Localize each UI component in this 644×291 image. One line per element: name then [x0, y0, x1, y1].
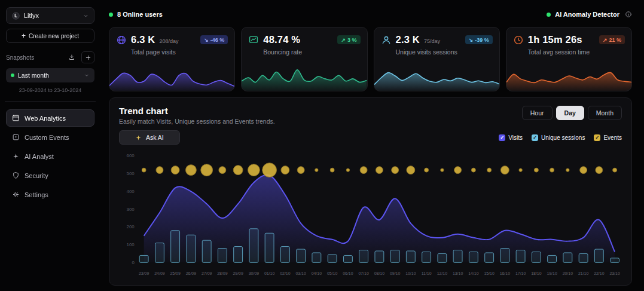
svg-text:500: 500 [127, 171, 135, 176]
svg-text:11/10: 11/10 [422, 271, 432, 275]
card-sparkline [374, 63, 499, 91]
user-icon [381, 35, 392, 45]
clock-icon [513, 35, 524, 45]
stat-card-bouncing-rate[interactable]: 48.74 % ↗ 3 % Bouncing rate [241, 27, 367, 91]
card-sparkline [506, 63, 631, 91]
sidebar-item-custom-events[interactable]: Custom Events [6, 128, 94, 146]
trend-arrow-icon: ↘ [469, 37, 474, 43]
sparkle-icon [135, 134, 142, 141]
range-button-day[interactable]: Day [556, 106, 584, 120]
checkbox-checked-icon[interactable]: ✓ [532, 134, 538, 141]
status-dot [11, 73, 14, 77]
stat-card-avg-session-time[interactable]: 1h 15m 26s ↗ 21 % Total avg session time [506, 27, 632, 91]
sidebar: Litlyx + Create new project Snapshots La… [0, 0, 100, 291]
online-users-label: 8 Online users [117, 11, 163, 18]
snapshot-date-range: 23-09-2024 to 23-10-2024 [6, 87, 94, 93]
download-icon [68, 54, 75, 61]
ai-anomaly-detector[interactable]: AI Anomaly Detector [547, 11, 632, 18]
svg-text:28/09: 28/09 [217, 271, 228, 275]
online-status-dot [109, 13, 113, 17]
litlyx-logo-icon [11, 11, 20, 20]
create-project-button[interactable]: + Create new project [6, 29, 94, 43]
stat-per-day: 208/day [159, 38, 178, 44]
sidebar-item-ai-analyst[interactable]: AI Analyst [6, 148, 94, 165]
svg-text:27/09: 27/09 [202, 271, 212, 275]
svg-text:06/10: 06/10 [343, 271, 353, 275]
svg-text:17/10: 17/10 [515, 271, 526, 275]
ask-ai-label: Ask AI [146, 134, 164, 141]
stat-card-total-page-visits[interactable]: 6.3 K 208/day ↘ -46 % Total page visits [109, 27, 235, 91]
svg-text:19/10: 19/10 [547, 271, 557, 275]
create-project-label: Create new project [29, 33, 79, 39]
checkbox-checked-icon[interactable]: ✓ [499, 134, 505, 141]
online-users: 8 Online users [109, 11, 163, 18]
add-snapshot-button[interactable] [81, 51, 94, 63]
stat-cards: 6.3 K 208/day ↘ -46 % Total page visits … [109, 27, 632, 91]
legend-item-visits[interactable]: ✓ Visits [499, 134, 523, 141]
topbar: 8 Online users AI Anomaly Detector [109, 7, 632, 22]
trend-arrow-icon: ↘ [204, 37, 209, 43]
stat-label: Total page visits [109, 45, 234, 56]
chevron-down-icon [83, 13, 89, 19]
sidebar-item-settings[interactable]: Settings [6, 186, 94, 203]
settings-icon [12, 191, 20, 198]
sidebar-nav: Web Analytics Custom Events AI Analyst S… [6, 109, 94, 203]
range-button-hour[interactable]: Hour [522, 106, 553, 120]
sidebar-item-label: Web Analytics [25, 115, 66, 122]
anomaly-status-dot [547, 13, 551, 17]
trend-badge: ↘ -39 % [465, 35, 493, 44]
stat-label: Bouncing rate [242, 45, 367, 56]
stat-value: 2.3 K [396, 34, 420, 45]
svg-text:10/10: 10/10 [405, 271, 416, 275]
ai-analyst-icon [12, 152, 20, 160]
svg-text:01/10: 01/10 [264, 271, 275, 275]
svg-text:300: 300 [127, 207, 135, 212]
card-sparkline [109, 63, 234, 91]
export-snapshot-button[interactable] [65, 51, 78, 63]
sidebar-item-label: Custom Events [25, 134, 69, 141]
svg-text:03/10: 03/10 [295, 271, 306, 275]
sidebar-item-security[interactable]: Security [6, 167, 94, 184]
web-analytics-icon [12, 114, 20, 122]
trend-chart-panel: Trend chart Easily match Visits, Unique … [109, 97, 632, 286]
info-button[interactable] [625, 11, 632, 18]
svg-text:21/10: 21/10 [578, 271, 589, 275]
info-icon [625, 11, 632, 18]
main-content: 8 Online users AI Anomaly Detector 6.3 K… [100, 0, 644, 286]
stat-per-day: 75/day [424, 38, 440, 44]
stat-label: Unique visits sessions [374, 45, 499, 56]
trend-badge: ↗ 3 % [337, 35, 360, 44]
svg-text:14/10: 14/10 [468, 271, 479, 275]
legend-label: Unique sessions [541, 134, 585, 141]
svg-text:100: 100 [127, 242, 135, 247]
chevron-down-icon [84, 72, 90, 78]
sidebar-item-label: AI Analyst [25, 153, 54, 160]
svg-text:15/10: 15/10 [484, 271, 495, 275]
checkbox-checked-icon[interactable]: ✓ [594, 134, 600, 141]
sidebar-item-label: Security [25, 172, 48, 179]
stat-card-unique-sessions[interactable]: 2.3 K 75/day ↘ -39 % Unique visits sessi… [374, 27, 500, 91]
trend-arrow-icon: ↗ [341, 37, 346, 43]
trend-badge: ↘ -46 % [200, 35, 228, 44]
chart-legend: ✓ Visits ✓ Unique sessions ✓ Events [499, 134, 622, 141]
ask-ai-button[interactable]: Ask AI [119, 130, 180, 145]
svg-text:26/09: 26/09 [186, 271, 197, 275]
snapshot-select[interactable]: Last month [6, 68, 94, 82]
sidebar-item-web-analytics[interactable]: Web Analytics [6, 109, 94, 127]
range-button-month[interactable]: Month [588, 106, 622, 120]
svg-text:16/10: 16/10 [500, 271, 511, 275]
svg-text:0: 0 [132, 260, 135, 265]
stat-value: 1h 15m 26s [528, 34, 582, 45]
legend-item-events[interactable]: ✓ Events [594, 134, 622, 141]
legend-item-unique-sessions[interactable]: ✓ Unique sessions [532, 134, 585, 141]
svg-text:25/09: 25/09 [170, 271, 181, 275]
project-selector[interactable]: Litlyx [6, 7, 94, 24]
svg-text:23/10: 23/10 [609, 271, 620, 275]
svg-text:400: 400 [127, 189, 135, 194]
legend-label: Events [603, 134, 622, 141]
snapshots-header: Snapshots [6, 51, 94, 63]
divider [5, 101, 96, 102]
svg-text:20/10: 20/10 [563, 271, 573, 275]
stat-label: Total avg session time [506, 45, 631, 56]
svg-text:12/10: 12/10 [437, 271, 448, 275]
